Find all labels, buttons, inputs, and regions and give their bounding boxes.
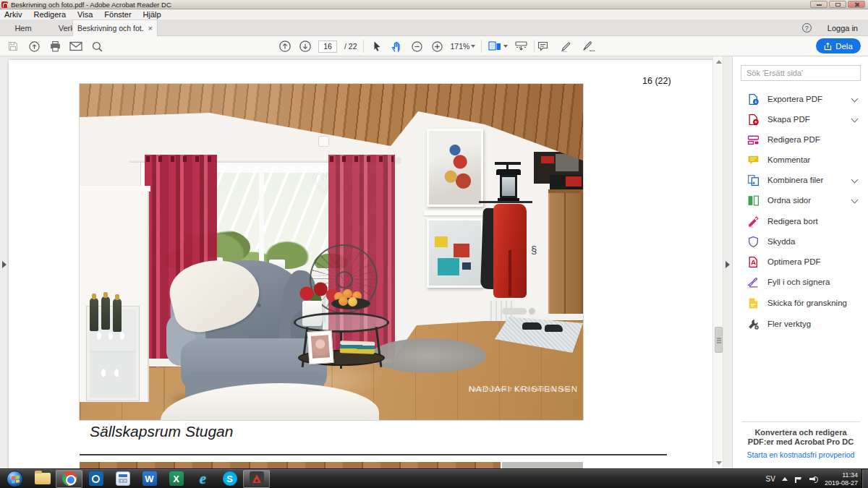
tool-kombinera-filer[interactable]: Kombinera filer — [733, 171, 868, 189]
highlight-pen-icon[interactable] — [558, 39, 573, 53]
scrollbar-thumb[interactable] — [715, 327, 723, 353]
taskbar-internet-explorer[interactable]: e — [190, 470, 216, 488]
photo-wall-hook: § — [531, 244, 540, 269]
chevron-down-icon — [851, 95, 859, 103]
tool-skicka-for-granskning[interactable]: Skicka för granskning — [733, 294, 868, 312]
save-icon[interactable] — [6, 39, 20, 53]
hand-tool-icon[interactable] — [390, 39, 404, 53]
window-title: Beskrivning och foto.pdf - Adobe Acrobat… — [11, 1, 171, 9]
help-login-area: ? Logga in — [802, 20, 858, 36]
sign-icon[interactable] — [582, 39, 596, 53]
toolbar-nav-zoom-group: / 22 171% — [278, 36, 535, 56]
menu-redigera[interactable]: Redigera — [27, 9, 72, 20]
scroll-down-button[interactable] — [713, 458, 724, 468]
export-pdf-icon — [747, 93, 760, 106]
next-page-icon[interactable] — [298, 39, 312, 53]
menu-visa[interactable]: Visa — [72, 9, 98, 20]
tab-document[interactable]: Beskrivning och fot... × — [72, 20, 158, 36]
email-icon[interactable] — [69, 39, 83, 53]
redact-icon — [747, 215, 760, 228]
internet-explorer-icon: e — [200, 470, 206, 488]
chrome-icon — [62, 471, 77, 486]
taskbar-calculator[interactable] — [109, 470, 136, 488]
tray-time: 11:34 — [842, 471, 858, 479]
zoom-out-icon[interactable] — [410, 39, 425, 53]
print-icon[interactable] — [48, 39, 62, 53]
show-desktop-button[interactable] — [861, 469, 868, 488]
help-icon[interactable]: ? — [802, 23, 812, 33]
select-tool-icon[interactable] — [370, 39, 384, 53]
more-tools-icon — [747, 318, 760, 330]
page-number-input[interactable] — [318, 40, 337, 53]
outlook-icon — [89, 471, 103, 486]
comment-icon[interactable] — [535, 39, 550, 53]
photo-picture-frame — [307, 330, 333, 364]
maximize-button[interactable] — [829, 1, 846, 8]
zoom-level-dropdown[interactable]: 171% — [451, 42, 476, 51]
zoom-in-icon[interactable] — [430, 39, 445, 53]
clock[interactable]: 11:34 2019-08-27 — [825, 471, 858, 487]
close-button[interactable] — [848, 1, 865, 8]
tab-bar: Hem Verktyg Beskrivning och fot... × ? L… — [0, 20, 868, 36]
optimize-pdf-icon — [747, 256, 760, 268]
search-icon[interactable] — [90, 39, 104, 53]
taskbar-explorer[interactable] — [29, 470, 56, 488]
tab-close-icon[interactable]: × — [148, 25, 153, 33]
taskbar-excel[interactable]: X — [163, 470, 190, 488]
window-titlebar[interactable]: Beskrivning och foto.pdf - Adobe Acrobat… — [0, 0, 868, 9]
volume-icon[interactable] — [809, 475, 818, 483]
chevron-down-icon — [471, 45, 475, 48]
login-button[interactable]: Logga in — [827, 24, 858, 33]
vertical-scrollbar[interactable] — [712, 56, 723, 468]
menu-fonster[interactable]: Fönster — [98, 9, 137, 20]
language-indicator[interactable]: SV — [766, 475, 775, 483]
taskbar-chrome[interactable] — [56, 470, 82, 488]
scroll-up-button[interactable] — [713, 57, 724, 67]
share-button-label: Dela — [835, 42, 853, 51]
tool-kommentar[interactable]: Kommentar — [733, 150, 868, 169]
photo-slippers — [522, 322, 542, 330]
free-trial-link[interactable]: Starta en kostnadsfri provperiod — [743, 450, 859, 459]
menu-hjalp[interactable]: Hjälp — [137, 9, 167, 20]
chevron-down-icon — [851, 197, 859, 204]
tool-redigera-pdf[interactable]: Redigera PDF — [733, 130, 868, 149]
photo-light-switch — [318, 136, 329, 147]
previous-page-icon[interactable] — [278, 39, 292, 53]
tool-fyll-i-och-signera[interactable]: Fyll i och signera — [733, 273, 868, 291]
page-fit-dropdown[interactable] — [488, 39, 508, 53]
hidden-icons-arrow[interactable] — [782, 477, 788, 481]
start-button[interactable] — [0, 470, 29, 488]
upload-cloud-icon[interactable] — [27, 39, 41, 53]
toolbar-annotate-group — [535, 36, 596, 56]
protect-shield-icon — [747, 236, 760, 248]
menu-arkiv[interactable]: Arkiv — [0, 9, 27, 20]
tools-panel-toggle[interactable] — [726, 261, 730, 268]
toolbar: / 22 171% — [0, 36, 868, 56]
tool-exportera-pdf[interactable]: Exportera PDF — [733, 90, 868, 108]
taskbar-skype[interactable]: S — [216, 470, 243, 488]
scrolling-mode-icon[interactable] — [514, 39, 528, 53]
acrobat-app-icon — [1, 1, 8, 8]
tool-ordna-sidor[interactable]: Ordna sidor — [733, 191, 868, 210]
network-icon[interactable] — [794, 476, 803, 483]
document-area: 16 (22) ♡ — [0, 56, 868, 468]
photo-coat-rack — [479, 201, 532, 203]
tool-optimera-pdf[interactable]: Optimera PDF — [733, 252, 868, 271]
taskbar-outlook[interactable] — [82, 470, 109, 488]
taskbar-acrobat[interactable] — [243, 470, 270, 488]
next-photo-edge — [80, 462, 583, 468]
tool-fler-verktyg[interactable]: Fler verktyg — [733, 314, 868, 333]
taskbar-word[interactable]: W — [136, 470, 163, 488]
tool-skydda[interactable]: Skydda — [733, 232, 868, 251]
share-button[interactable]: Dela — [816, 38, 861, 53]
tab-hem[interactable]: Hem — [0, 20, 46, 36]
photo-bottle — [113, 299, 122, 332]
chevron-down-icon — [851, 116, 859, 123]
tools-search-input[interactable] — [741, 65, 861, 81]
minimize-button[interactable] — [810, 1, 827, 8]
tool-skapa-pdf[interactable]: Skapa PDF — [733, 110, 868, 129]
nav-pane-toggle[interactable] — [2, 261, 7, 268]
tool-redigera-bort[interactable]: Redigera bort — [733, 212, 868, 231]
listing-photo: ♡ § — [80, 84, 583, 420]
taskbar: W X e S SV 11:34 2019-08-27 — [0, 468, 868, 488]
